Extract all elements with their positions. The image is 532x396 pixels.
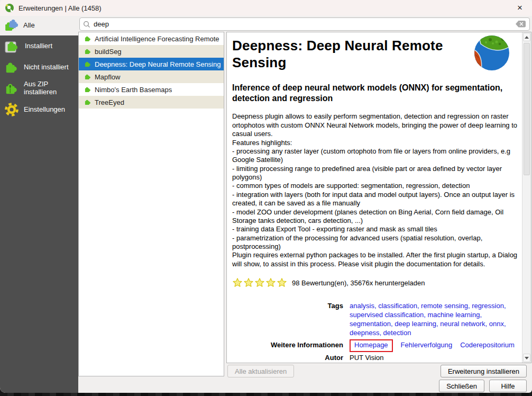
plugin-name: buildSeg bbox=[95, 48, 122, 56]
more-info-links: Homepage Fehlerverfolgung Coderepositori… bbox=[350, 341, 518, 350]
dialog-surface: Erweiterungen | Alle (1458) × Alle Insta… bbox=[0, 0, 532, 393]
scroll-down-icon[interactable] bbox=[523, 354, 530, 362]
puzzle-icon bbox=[84, 86, 91, 93]
update-all-button[interactable]: Alle aktualisieren bbox=[227, 365, 294, 377]
plugin-meta: Tags analysis, classification, remote se… bbox=[232, 302, 518, 362]
help-button[interactable]: Hilfe bbox=[489, 380, 527, 392]
search-input[interactable] bbox=[94, 20, 515, 28]
rating-row: 98 Bewertung(en), 35676x heruntergeladen bbox=[232, 277, 518, 288]
sidebar-item-label: Nicht installiert bbox=[24, 64, 69, 71]
close-dialog-button[interactable]: Schließen bbox=[439, 380, 484, 392]
puzzle-installed-icon bbox=[4, 38, 20, 54]
plugin-description: Deepness plugin allows to easily perform… bbox=[232, 112, 518, 268]
list-item[interactable]: buildSeg bbox=[79, 45, 224, 58]
puzzle-icon bbox=[84, 35, 91, 42]
close-icon[interactable]: × bbox=[508, 0, 532, 16]
plugin-details-panel: Deepness: Deep Neural Remote Sensing Inf… bbox=[226, 32, 531, 363]
sidebar-item-label: Einstellungen bbox=[24, 106, 65, 114]
list-item[interactable]: TreeEyed bbox=[79, 96, 224, 109]
homepage-link[interactable]: Homepage bbox=[354, 341, 388, 349]
scroll-up-icon[interactable] bbox=[523, 33, 530, 41]
sidebar-item-label: Aus ZIP installieren bbox=[24, 80, 75, 96]
tags-label: Tags bbox=[232, 302, 343, 310]
scrollbar-thumb[interactable] bbox=[524, 43, 530, 175]
gear-icon bbox=[4, 102, 19, 117]
sidebar-item-all[interactable]: Alle bbox=[0, 16, 78, 35]
window-title: Erweiterungen | Alle (1458) bbox=[19, 4, 102, 12]
puzzle-icon bbox=[84, 73, 91, 80]
star-icon bbox=[243, 277, 254, 288]
bug-tracker-link[interactable]: Fehlerverfolgung bbox=[401, 341, 453, 350]
puzzle-icon bbox=[84, 98, 91, 106]
list-item[interactable]: Mapflow bbox=[79, 70, 224, 83]
plugin-name: Mapflow bbox=[95, 73, 120, 81]
list-item-selected[interactable]: Deepness: Deep Neural Remote Sensing bbox=[79, 58, 224, 70]
star-icon bbox=[265, 277, 276, 288]
plugin-name: Deepness: Deep Neural Remote Sensing bbox=[95, 60, 221, 68]
star-icon bbox=[277, 277, 287, 288]
author-label: Autor bbox=[232, 354, 343, 362]
install-plugin-button[interactable]: Erweiterung installieren bbox=[441, 365, 527, 377]
sidebar-item-label: Alle bbox=[23, 22, 35, 30]
plugin-name: Nimbo's Earth Basemaps bbox=[95, 86, 172, 94]
sidebar-item-install-from-zip[interactable]: Aus ZIP installieren bbox=[0, 78, 78, 99]
star-icon bbox=[254, 277, 265, 288]
sidebar-item-settings[interactable]: Einstellungen bbox=[0, 99, 78, 120]
plugin-name: Artificial Intelligence Forecasting Remo… bbox=[95, 35, 219, 43]
more-info-label: Weitere Informationen bbox=[232, 341, 343, 349]
plugin-list: Artificial Intelligence Forecasting Remo… bbox=[78, 32, 224, 376]
tags-links[interactable]: analysis, classification, remote sensing… bbox=[350, 302, 518, 338]
star-icon bbox=[232, 277, 243, 288]
clear-search-icon[interactable] bbox=[515, 20, 526, 28]
puzzle-all-icon bbox=[4, 19, 19, 33]
list-item[interactable]: Nimbo's Earth Basemaps bbox=[79, 83, 224, 96]
author-value: PUT Vision bbox=[350, 354, 518, 363]
rating-text: 98 Bewertung(en), 35676x heruntergeladen bbox=[292, 279, 425, 287]
details-scrollbar[interactable] bbox=[522, 32, 531, 363]
qgis-logo-icon bbox=[5, 3, 14, 13]
plugin-logo-image bbox=[474, 35, 509, 70]
sidebar-item-label: Installiert bbox=[25, 42, 52, 50]
code-repository-link[interactable]: Coderepositorium bbox=[460, 341, 515, 350]
sidebar-item-installed[interactable]: Installiert bbox=[0, 35, 78, 57]
puzzle-zip-icon bbox=[4, 81, 19, 96]
sidebar: Alle Installiert Nicht installiert bbox=[0, 16, 78, 393]
plugin-title: Deepness: Deep Neural Remote Sensing bbox=[232, 38, 485, 71]
puzzle-icon bbox=[4, 60, 19, 75]
homepage-link-highlight: Homepage bbox=[350, 339, 393, 352]
rating-stars[interactable] bbox=[232, 277, 287, 288]
puzzle-icon bbox=[84, 60, 91, 68]
plugin-manager-window: Erweiterungen | Alle (1458) × Alle Insta… bbox=[0, 0, 532, 396]
search-icon bbox=[83, 21, 90, 28]
puzzle-icon bbox=[84, 48, 91, 55]
details-content: Deepness: Deep Neural Remote Sensing Inf… bbox=[227, 32, 522, 363]
list-item[interactable]: Artificial Intelligence Forecasting Remo… bbox=[79, 32, 224, 45]
titlebar[interactable]: Erweiterungen | Alle (1458) × bbox=[0, 0, 532, 16]
search-box bbox=[79, 17, 530, 31]
plugin-subtitle: Inference of deep neural network models … bbox=[232, 83, 512, 104]
plugin-name: TreeEyed bbox=[95, 98, 124, 106]
sidebar-item-not-installed[interactable]: Nicht installiert bbox=[0, 57, 78, 78]
